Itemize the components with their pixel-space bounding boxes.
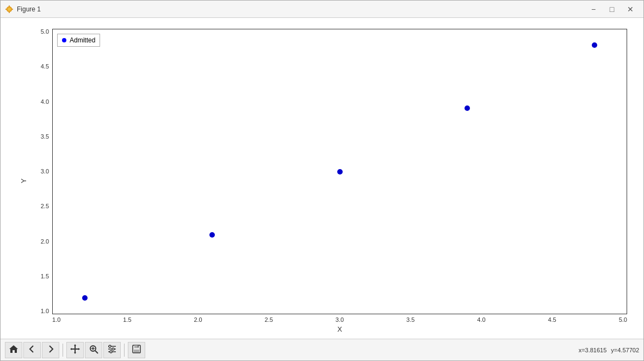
y-tick-4_0: 4.0 — [41, 99, 49, 105]
data-point-3 — [337, 169, 343, 175]
window-title: Figure 1 — [17, 5, 41, 13]
svg-point-1 — [8, 8, 11, 11]
x-ticks-row: 1.0 1.5 2.0 2.5 3.0 3.5 4.0 4.5 5.0 — [28, 316, 627, 323]
x-tick-2_0: 2.0 — [194, 316, 202, 323]
y-tick-2_5: 2.5 — [41, 203, 49, 209]
chart-area: Y 5.0 4.5 4.0 3.5 3.0 2.5 2.0 1.5 — [17, 29, 627, 333]
y-tick-5_0: 5.0 — [41, 29, 49, 35]
legend: Admitted — [57, 34, 100, 47]
y-axis-label: Y — [17, 29, 28, 333]
toolbar-left — [5, 342, 145, 358]
home-button[interactable] — [5, 342, 22, 358]
home-icon — [9, 344, 18, 356]
x-tick-4_0: 4.0 — [477, 316, 485, 323]
chart-with-yaxis: 5.0 4.5 4.0 3.5 3.0 2.5 2.0 1.5 1.0 — [28, 29, 627, 333]
data-point-1 — [82, 295, 88, 301]
forward-icon — [46, 344, 55, 356]
save-button[interactable] — [128, 342, 145, 358]
pan-icon — [70, 344, 80, 356]
title-bar-controls: − □ ✕ — [585, 3, 639, 16]
status-y: y=4.57702 — [611, 347, 639, 353]
plot-and-yticks: 5.0 4.5 4.0 3.5 3.0 2.5 2.0 1.5 1.0 — [28, 29, 627, 314]
y-tick-4_5: 4.5 — [41, 64, 49, 70]
svg-marker-6 — [9, 345, 18, 353]
back-icon — [27, 344, 37, 356]
pan-button[interactable] — [66, 342, 84, 358]
plot-box[interactable]: Admitted — [52, 29, 627, 314]
y-tick-1_0: 1.0 — [41, 308, 49, 314]
zoom-icon — [89, 344, 98, 356]
x-tick-1_5: 1.5 — [123, 316, 131, 323]
forward-button[interactable] — [42, 342, 59, 358]
back-button[interactable] — [23, 342, 41, 358]
legend-dot — [62, 38, 66, 42]
data-point-5 — [592, 42, 597, 48]
svg-point-20 — [109, 345, 111, 347]
svg-marker-10 — [74, 352, 76, 354]
status-bar: x=3.81615 y=4.57702 — [579, 347, 639, 353]
x-tick-5_0: 5.0 — [619, 316, 627, 323]
y-tick-3_0: 3.0 — [41, 169, 49, 175]
x-tick-3_0: 3.0 — [336, 316, 344, 323]
y-tick-2_0: 2.0 — [41, 239, 49, 245]
toolbar-separator-1 — [63, 344, 63, 357]
svg-point-22 — [110, 351, 112, 353]
status-x: x=3.81615 — [579, 347, 607, 353]
legend-label: Admitted — [70, 36, 95, 44]
x-tick-2_5: 2.5 — [265, 316, 273, 323]
toolbar: x=3.81615 y=4.57702 — [1, 339, 643, 360]
y-tick-3_5: 3.5 — [41, 134, 49, 140]
y-tick-1_5: 1.5 — [41, 273, 49, 279]
restore-button[interactable]: □ — [603, 3, 621, 16]
x-tick-1_0: 1.0 — [52, 316, 60, 323]
window: Figure 1 − □ ✕ Y 5.0 4.5 4.0 — [0, 0, 644, 361]
svg-line-14 — [95, 351, 98, 353]
x-tick-4_5: 4.5 — [548, 316, 556, 323]
title-bar-left: Figure 1 — [5, 5, 41, 14]
svg-marker-9 — [74, 344, 76, 346]
svg-point-21 — [112, 348, 114, 350]
close-button[interactable]: ✕ — [622, 3, 639, 16]
svg-rect-25 — [134, 350, 139, 352]
x-tick-3_5: 3.5 — [406, 316, 414, 323]
x-axis-label: X — [28, 325, 627, 333]
content-area: Y 5.0 4.5 4.0 3.5 3.0 2.5 2.0 1.5 — [1, 18, 643, 339]
config-icon — [107, 344, 117, 356]
window-icon — [5, 5, 14, 14]
data-point-4 — [465, 105, 470, 111]
svg-marker-12 — [78, 348, 80, 350]
svg-marker-11 — [70, 348, 72, 350]
x-tick-labels: 1.0 1.5 2.0 2.5 3.0 3.5 4.0 4.5 5.0 — [52, 316, 627, 323]
toolbar-separator-2 — [124, 344, 125, 357]
config-button[interactable] — [103, 342, 121, 358]
zoom-button[interactable] — [85, 342, 102, 358]
save-icon — [132, 344, 141, 356]
svg-rect-26 — [138, 345, 139, 347]
y-tick-labels: 5.0 4.5 4.0 3.5 3.0 2.5 2.0 1.5 1.0 — [28, 29, 52, 314]
minimize-button[interactable]: − — [585, 3, 602, 16]
data-point-2 — [209, 232, 215, 238]
chart-container: Y 5.0 4.5 4.0 3.5 3.0 2.5 2.0 1.5 — [17, 29, 627, 333]
title-bar: Figure 1 − □ ✕ — [1, 1, 643, 18]
